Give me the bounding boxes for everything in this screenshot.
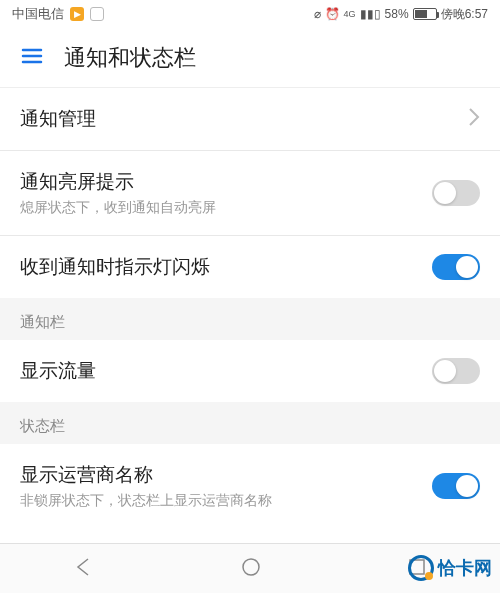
- row-show-carrier: 显示运营商名称 非锁屏状态下，状态栏上显示运营商名称: [0, 444, 500, 528]
- watermark-logo-icon: [408, 555, 434, 581]
- alarm-icon: ⏰: [325, 7, 340, 21]
- battery-icon: [413, 8, 437, 20]
- page-title: 通知和状态栏: [64, 43, 196, 73]
- row-led-blink: 收到通知时指示灯闪烁: [0, 236, 500, 298]
- menu-icon[interactable]: [20, 44, 44, 72]
- status-left: 中国电信 ▶: [12, 5, 104, 23]
- toggle-led-blink[interactable]: [432, 254, 480, 280]
- nav-home-button[interactable]: [241, 557, 261, 581]
- nav-back-button[interactable]: [73, 556, 95, 582]
- carrier-label: 中国电信: [12, 5, 64, 23]
- svg-point-1: [243, 559, 259, 575]
- section-header-status-bar: 状态栏: [0, 402, 500, 444]
- row-title: 显示流量: [20, 358, 96, 384]
- network-type-label: 4G: [344, 9, 356, 19]
- page-header: 通知和状态栏: [0, 28, 500, 88]
- status-right: ⌀ ⏰ 4G ▮▮▯ 58% 傍晚6:57: [314, 6, 488, 23]
- row-title: 通知管理: [20, 106, 96, 132]
- toggle-screen-on[interactable]: [432, 180, 480, 206]
- toggle-show-carrier[interactable]: [432, 473, 480, 499]
- signal-icon: ▮▮▯: [360, 7, 381, 21]
- row-subtitle: 非锁屏状态下，状态栏上显示运营商名称: [20, 492, 272, 510]
- row-title: 显示运营商名称: [20, 462, 272, 488]
- toggle-show-traffic[interactable]: [432, 358, 480, 384]
- notif-dot-icon: [90, 7, 104, 21]
- row-title: 收到通知时指示灯闪烁: [20, 254, 210, 280]
- section-header-notif-bar: 通知栏: [0, 298, 500, 340]
- nfc-icon: ⌀: [314, 7, 321, 21]
- chevron-right-icon: [468, 107, 480, 131]
- app-badge-icon: ▶: [70, 7, 84, 21]
- row-screen-on-notify: 通知亮屏提示 熄屏状态下，收到通知自动亮屏: [0, 151, 500, 236]
- clock-label: 傍晚6:57: [441, 6, 488, 23]
- watermark-text: 恰卡网: [438, 556, 492, 580]
- status-bar: 中国电信 ▶ ⌀ ⏰ 4G ▮▮▯ 58% 傍晚6:57: [0, 0, 500, 28]
- battery-pct-label: 58%: [385, 7, 409, 21]
- row-subtitle: 熄屏状态下，收到通知自动亮屏: [20, 199, 216, 217]
- row-title: 通知亮屏提示: [20, 169, 216, 195]
- watermark: 恰卡网: [408, 555, 492, 581]
- row-show-traffic: 显示流量: [0, 340, 500, 402]
- row-notification-management[interactable]: 通知管理: [0, 88, 500, 151]
